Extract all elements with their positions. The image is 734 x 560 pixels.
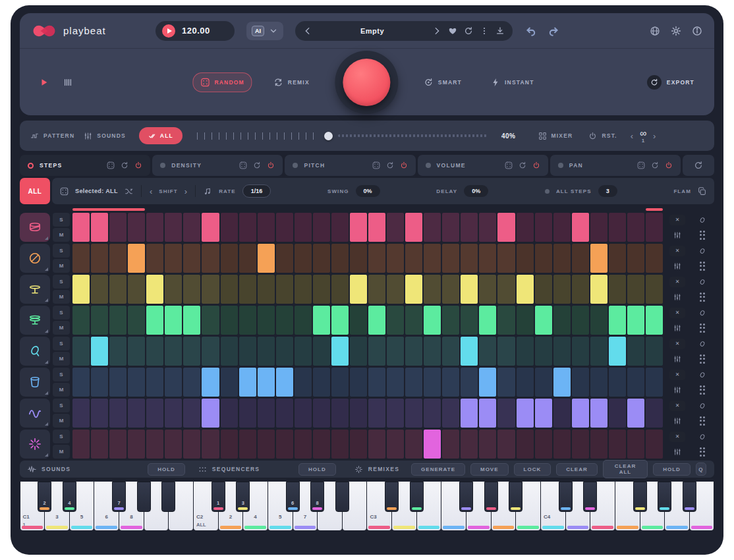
- step-cell[interactable]: [128, 244, 145, 273]
- step-cell[interactable]: [368, 368, 385, 397]
- select-all-tracks-button[interactable]: ALL: [20, 178, 50, 204]
- track-mixer-icon[interactable]: [673, 448, 681, 456]
- step-cell[interactable]: [535, 399, 552, 428]
- step-cell[interactable]: [405, 306, 422, 335]
- step-cell[interactable]: [331, 399, 349, 428]
- track-tom-icon[interactable]: [20, 244, 50, 273]
- settings-gear-icon[interactable]: [671, 26, 681, 36]
- loop-icon[interactable]: [121, 161, 128, 169]
- step-cell[interactable]: [183, 275, 200, 304]
- track-mixer-icon[interactable]: [673, 386, 681, 394]
- tab-sounds[interactable]: SOUNDS: [84, 132, 126, 140]
- step-cell[interactable]: [72, 244, 90, 273]
- step-cell[interactable]: [276, 244, 293, 273]
- step-cell[interactable]: [313, 275, 330, 304]
- step-cell[interactable]: [572, 275, 589, 304]
- step-cell[interactable]: [146, 213, 163, 242]
- step-cell[interactable]: [572, 306, 589, 335]
- piano-key-csharp3[interactable]: [385, 482, 399, 512]
- track-mixer-icon[interactable]: [673, 324, 681, 332]
- reset-button[interactable]: RST.: [588, 132, 617, 140]
- step-cell[interactable]: [331, 244, 349, 273]
- piano-key-asharp2[interactable]: [335, 482, 349, 512]
- step-cell[interactable]: [165, 213, 182, 242]
- step-cell[interactable]: [295, 244, 312, 273]
- step-cell[interactable]: [91, 368, 108, 397]
- step-cell[interactable]: [295, 368, 312, 397]
- step-cell[interactable]: [405, 368, 422, 397]
- step-cell[interactable]: [461, 368, 478, 397]
- footer-button-generate[interactable]: GENERATE: [411, 463, 465, 476]
- clear-track-button[interactable]: ✕: [669, 215, 685, 225]
- footer-button-clear-all[interactable]: CLEAR ALL: [603, 460, 648, 478]
- step-cell[interactable]: [313, 430, 330, 459]
- step-cell[interactable]: [517, 213, 534, 242]
- step-cell[interactable]: [442, 213, 459, 242]
- dice-icon[interactable]: [107, 161, 115, 169]
- drag-handle[interactable]: [700, 354, 706, 364]
- shaker-humanize-icon[interactable]: [698, 309, 706, 317]
- step-cell[interactable]: [276, 368, 293, 397]
- step-cell[interactable]: [258, 244, 275, 273]
- step-cell[interactable]: [517, 368, 534, 397]
- step-cell[interactable]: [202, 337, 219, 366]
- loop-icon[interactable]: [386, 161, 394, 169]
- track-mixer-icon[interactable]: [673, 262, 681, 270]
- piano-roll-icon[interactable]: [63, 78, 72, 87]
- solo-button[interactable]: S: [53, 275, 70, 289]
- step-cell[interactable]: [109, 399, 127, 428]
- step-cell[interactable]: [183, 368, 200, 397]
- step-cell[interactable]: [313, 306, 330, 335]
- rate-value[interactable]: 1/16: [242, 184, 271, 198]
- step-cell[interactable]: [368, 244, 385, 273]
- footer-button-clear[interactable]: CLEAR: [556, 463, 598, 476]
- copy-icon[interactable]: [698, 187, 706, 196]
- step-cell[interactable]: [221, 430, 238, 459]
- solo-button[interactable]: S: [53, 368, 70, 381]
- step-cell[interactable]: [387, 306, 404, 335]
- step-cell[interactable]: [295, 306, 312, 335]
- step-cell[interactable]: [221, 368, 238, 397]
- track-burst-icon[interactable]: [20, 430, 50, 459]
- track-wave-icon[interactable]: [20, 399, 50, 428]
- track-conga-icon[interactable]: [20, 368, 50, 397]
- step-cell[interactable]: [91, 337, 108, 366]
- step-cell[interactable]: [572, 337, 589, 366]
- track-hihat-icon[interactable]: [20, 275, 50, 304]
- step-cell[interactable]: [442, 244, 459, 273]
- clear-track-button[interactable]: ✕: [669, 401, 685, 411]
- step-cell[interactable]: [202, 244, 219, 273]
- step-cell[interactable]: [479, 368, 496, 397]
- step-cell[interactable]: [461, 306, 478, 335]
- step-cell[interactable]: [109, 244, 127, 273]
- piano-key-fsharp3[interactable]: [459, 482, 473, 512]
- step-cell[interactable]: [128, 337, 145, 366]
- quantize-button[interactable]: Q: [696, 462, 706, 476]
- step-cell[interactable]: [405, 275, 422, 304]
- step-cell[interactable]: [202, 213, 219, 242]
- redo-button[interactable]: [548, 25, 560, 37]
- drag-handle[interactable]: [700, 231, 706, 240]
- step-cell[interactable]: [239, 430, 256, 459]
- step-cell[interactable]: [165, 244, 182, 273]
- mute-button[interactable]: M: [53, 352, 70, 366]
- step-cell[interactable]: [350, 337, 367, 366]
- step-cell[interactable]: [276, 275, 293, 304]
- step-cell[interactable]: [239, 306, 256, 335]
- download-icon[interactable]: [495, 26, 505, 36]
- step-cell[interactable]: [517, 306, 534, 335]
- sequencers-hold-button[interactable]: HOLD: [298, 463, 336, 476]
- step-cell[interactable]: [350, 368, 367, 397]
- pattern-next-button[interactable]: ›: [653, 132, 656, 140]
- shaker-humanize-icon[interactable]: [698, 371, 706, 379]
- solo-button[interactable]: S: [53, 213, 70, 227]
- step-cell[interactable]: [497, 213, 515, 242]
- step-cell[interactable]: [646, 399, 663, 428]
- step-cell[interactable]: [109, 430, 127, 459]
- step-cell[interactable]: [572, 244, 589, 273]
- step-cell[interactable]: [165, 275, 182, 304]
- info-icon[interactable]: [692, 26, 702, 36]
- step-cell[interactable]: [91, 306, 108, 335]
- step-cell[interactable]: [72, 213, 90, 242]
- power-icon[interactable]: [665, 161, 673, 169]
